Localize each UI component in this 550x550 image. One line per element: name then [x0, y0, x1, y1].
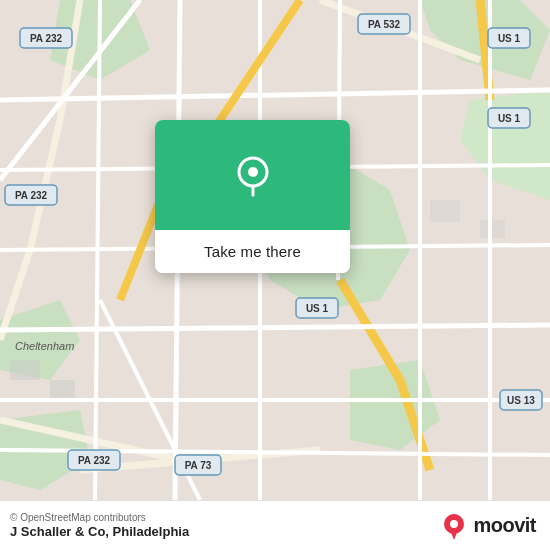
location-pin-icon: [231, 153, 275, 197]
svg-text:PA 232: PA 232: [78, 455, 111, 466]
svg-text:US 1: US 1: [498, 113, 521, 124]
attribution-text: © OpenStreetMap contributors: [10, 512, 189, 523]
svg-marker-61: [450, 530, 458, 540]
svg-rect-9: [50, 380, 75, 398]
svg-text:US 13: US 13: [507, 395, 535, 406]
svg-rect-11: [480, 220, 505, 238]
svg-text:PA 532: PA 532: [368, 19, 401, 30]
popup-header: [155, 120, 350, 230]
svg-text:US 1: US 1: [498, 33, 521, 44]
bottom-left-info: © OpenStreetMap contributors J Schaller …: [10, 512, 189, 539]
location-label: J Schaller & Co, Philadelphia: [10, 524, 189, 539]
svg-text:US 1: US 1: [306, 303, 329, 314]
bottom-bar: © OpenStreetMap contributors J Schaller …: [0, 500, 550, 550]
moovit-logo: moovit: [440, 512, 536, 540]
svg-point-62: [450, 520, 458, 528]
svg-point-58: [248, 167, 258, 177]
moovit-brand-name: moovit: [473, 514, 536, 537]
svg-text:PA 73: PA 73: [185, 460, 212, 471]
moovit-pin-icon: [440, 512, 468, 540]
svg-rect-10: [430, 200, 460, 222]
take-me-there-button[interactable]: Take me there: [155, 230, 350, 273]
svg-text:Cheltenham: Cheltenham: [15, 340, 74, 352]
location-popup: Take me there: [155, 120, 350, 273]
map-container: PA 232 PA 232 PA 232 PA 73 PA 532 US 1 U…: [0, 0, 550, 500]
svg-text:PA 232: PA 232: [15, 190, 48, 201]
svg-text:PA 232: PA 232: [30, 33, 63, 44]
svg-rect-8: [10, 360, 40, 380]
